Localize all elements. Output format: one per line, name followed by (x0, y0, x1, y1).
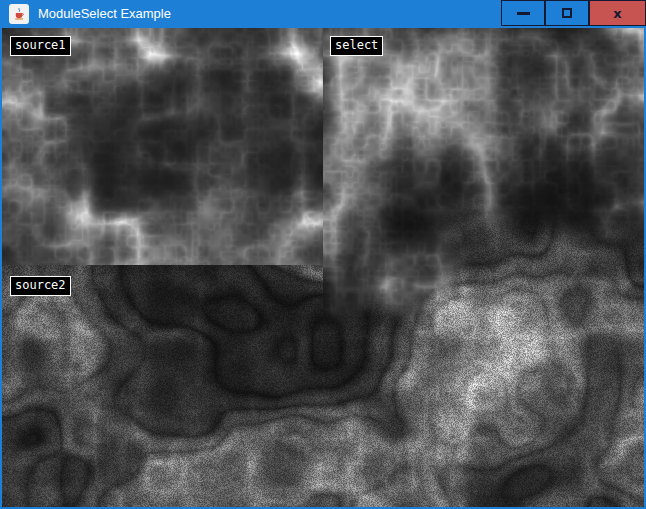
titlebar[interactable]: ModuleSelect Example x (0, 0, 646, 28)
minimize-button[interactable] (501, 0, 545, 26)
render-area: source1 select source2 (2, 28, 644, 507)
minimize-icon (517, 12, 530, 15)
source2-label: source2 (10, 276, 71, 296)
java-coffee-cup-icon (11, 6, 27, 22)
close-button[interactable]: x (589, 0, 646, 26)
maximize-button[interactable] (545, 0, 589, 26)
noise-render-canvas (2, 28, 644, 507)
window: ModuleSelect Example x source1 select so… (0, 0, 646, 509)
maximize-icon (562, 8, 572, 18)
app-icon-button[interactable] (9, 4, 29, 24)
window-controls: x (501, 0, 646, 26)
source1-label: source1 (10, 36, 71, 56)
close-icon: x (613, 7, 621, 20)
select-label: select (330, 36, 383, 56)
